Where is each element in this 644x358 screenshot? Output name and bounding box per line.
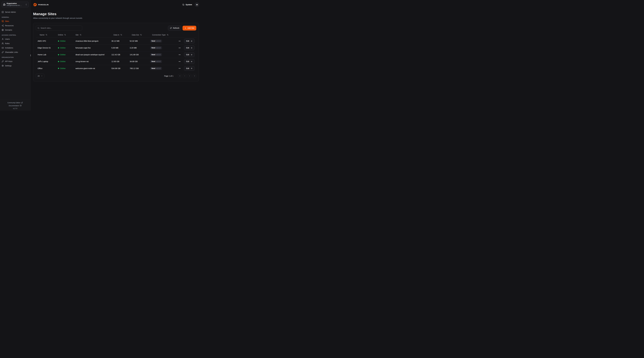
last-page-button[interactable] [193, 74, 196, 78]
documentation-label: Documentation [9, 105, 19, 107]
refresh-label: Refresh [173, 27, 179, 29]
pagination-controls [178, 74, 196, 78]
online-label: Online [60, 47, 66, 49]
sidebar-item-label: Domains [5, 29, 12, 31]
sidebar-item-label: Users [5, 38, 10, 40]
edit-button[interactable]: Edit [184, 59, 194, 64]
sidebar-nav: Server Admin GENERAL Sites Resources Dom… [2, 7, 28, 68]
refresh-button[interactable]: Refresh [168, 26, 181, 30]
data-out-value: 3.20 MB [128, 47, 148, 49]
sidebar-item-label: Settings [5, 65, 12, 67]
column-header-data-out[interactable]: Data Out [128, 34, 148, 36]
site-name: AWS VPC [36, 40, 56, 42]
search-box [36, 26, 82, 30]
column-header-name[interactable]: Name [36, 34, 56, 36]
globe-icon [2, 29, 4, 31]
column-header-connection-type[interactable]: Connection Type [148, 34, 180, 36]
previous-page-button[interactable] [183, 74, 186, 78]
online-dot [58, 54, 59, 55]
sidebar-item-roles[interactable]: Roles [2, 42, 28, 45]
connection-badge: Newt v1.3.2 [150, 60, 162, 63]
site-name: Edge Device 01 [36, 47, 56, 49]
column-header-data-in[interactable]: Data In [110, 34, 128, 36]
site-slug: welcome-giant-mole-rat [74, 67, 110, 69]
site-name: Office [36, 67, 56, 69]
connection-type: Newt v1.3.2 [148, 67, 180, 70]
next-page-button[interactable] [188, 74, 192, 78]
app-version: v1.7.0 [13, 108, 17, 109]
sidebar-item-label: API Keys [5, 60, 12, 62]
page-info: Page 1 of 1 [164, 75, 173, 77]
sidebar-item-server-admin[interactable]: Server Admin [2, 10, 28, 14]
sidebar-item-label: Shareable Links [5, 51, 18, 53]
edit-button[interactable]: Edit [184, 39, 194, 43]
connection-type: Newt v1.3.2 [148, 39, 180, 42]
sidebar-item-label: Resources [5, 24, 14, 27]
sidebar-item-sites[interactable]: Sites [2, 19, 28, 23]
site-slug: vivacious-little-blue-penguin [74, 40, 110, 42]
sidebar-item-label: Server Admin [5, 11, 16, 13]
plus-icon [184, 27, 186, 29]
theme-toggle[interactable]: System [182, 3, 192, 6]
sidebar-item-invitations[interactable]: Invitations [2, 46, 28, 49]
sort-icon [46, 34, 47, 36]
search-input[interactable] [40, 27, 80, 29]
site-status: Online [56, 67, 74, 69]
table-row: Home Lab Online dead-san-joaquin-antelop… [36, 51, 196, 58]
data-in-value: 534.98 GB [110, 67, 128, 69]
first-page-button[interactable] [178, 74, 182, 78]
sidebar-item-resources[interactable]: Resources [2, 24, 28, 27]
sidebar-item-label: Sites [5, 20, 9, 22]
row-menu-button[interactable] [178, 60, 181, 63]
edit-button[interactable]: Edit [184, 45, 194, 50]
more-horizontal-icon [178, 60, 181, 63]
brand-logo[interactable]: PANGOLIN [33, 3, 49, 7]
page-size-select[interactable]: 20 [36, 74, 44, 78]
column-header-online[interactable]: Online [56, 34, 74, 36]
connection-badge: Newt v1.3.2 [150, 67, 162, 70]
row-menu-button[interactable] [178, 47, 181, 49]
page-size-value: 20 [38, 75, 40, 77]
gear-icon [2, 65, 4, 67]
data-out-value: 141.68 GB [128, 54, 148, 56]
row-menu-button[interactable] [178, 67, 181, 69]
sidebar-scrollbar-thumb[interactable] [30, 54, 31, 56]
data-in-value: 112.42 GB [110, 54, 128, 56]
avatar[interactable]: M [195, 2, 199, 7]
edit-button[interactable]: Edit [184, 52, 194, 57]
sort-icon [80, 34, 82, 36]
arrow-right-icon [190, 40, 192, 42]
topbar: PANGOLIN System M [30, 0, 202, 9]
theme-label: System [186, 3, 192, 6]
sidebar-item-domains[interactable]: Domains [2, 28, 28, 32]
arrow-right-icon [190, 61, 192, 62]
community-edition-label: Community Edition [8, 102, 20, 104]
main-area: PANGOLIN System M Manage Sites Allow con… [30, 0, 202, 111]
data-out-value: 780.12 GB [128, 67, 148, 69]
sidebar-item-users[interactable]: Users [2, 37, 28, 41]
sidebar-item-api-keys[interactable]: API Keys [2, 59, 28, 63]
sidebar-item-settings[interactable]: Settings [2, 64, 28, 67]
row-menu-button[interactable] [178, 54, 181, 56]
chevron-down-icon [41, 75, 43, 77]
online-dot [58, 40, 59, 42]
site-name: Home Lab [36, 54, 56, 56]
table-row: Jeff's Laptop Online smug-brown-rat 12.6… [36, 58, 196, 65]
site-status: Online [56, 40, 74, 42]
external-link-icon [21, 102, 23, 104]
community-edition-link[interactable]: Community Edition [8, 102, 23, 104]
row-menu-button[interactable] [178, 40, 181, 42]
book-open-icon [20, 105, 22, 106]
org-switcher[interactable]: Organization milo@fossorial.io's ... [2, 2, 28, 7]
connection-badge: Newt v1.3.2 [150, 46, 162, 49]
chevrons-right-icon [194, 75, 196, 77]
sidebar-item-label: Roles [5, 42, 10, 44]
chevrons-left-icon [179, 75, 181, 77]
add-site-button[interactable]: Add Site [182, 26, 196, 30]
edit-button[interactable]: Edit [184, 66, 194, 71]
section-label-access-control: ACCESS CONTROL [2, 34, 28, 36]
documentation-link[interactable]: Documentation [9, 105, 22, 107]
online-label: Online [60, 40, 66, 42]
sidebar-item-shareable-links[interactable]: Shareable Links [2, 50, 28, 54]
column-header-site[interactable]: Site [74, 34, 110, 36]
